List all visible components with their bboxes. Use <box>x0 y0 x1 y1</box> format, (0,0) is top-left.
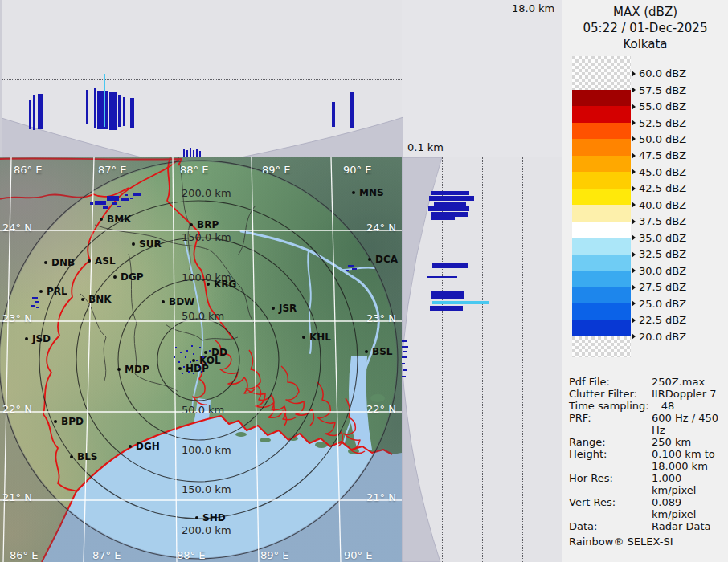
scale-tick-arrow <box>632 333 636 340</box>
scale-tick-arrow <box>632 169 636 175</box>
meridian-line <box>252 157 259 562</box>
scale-checker-top <box>572 56 631 90</box>
scale-color-band <box>572 139 631 155</box>
scale-entry: 27.5 dBZ <box>632 282 686 293</box>
scale-entry: 45.0 dBZ <box>632 166 686 177</box>
scale-entry-label: 37.5 dBZ <box>639 215 686 227</box>
metadata-key: Hor Res: <box>569 472 640 496</box>
station-name: Kolkata <box>562 36 728 52</box>
height-gridline <box>2 39 402 39</box>
dbz-color-scale <box>572 56 631 357</box>
metadata-row: Hor Res:1.000 km/pixel <box>569 472 726 496</box>
metadata-value: 600 Hz / 450 Hz <box>640 412 726 436</box>
radar-app-window: 86° E86° E87° E87° E88° E88° E89° E89° E… <box>0 0 728 562</box>
scale-tick-arrow <box>632 71 636 77</box>
scale-entry-label: 55.0 dBZ <box>639 100 686 112</box>
scale-color-band <box>572 156 631 172</box>
metadata-row: Pdf File:250Z.max <box>569 376 726 388</box>
scale-entry: 35.0 dBZ <box>632 232 686 243</box>
legend-panel: MAX (dBZ) 05:22 / 01-Dec-2025 Kolkata 60… <box>562 0 728 562</box>
scale-color-band <box>572 320 631 336</box>
scale-entry: 30.0 dBZ <box>632 265 686 276</box>
metadata-value: 250Z.max <box>640 376 705 388</box>
scale-color-band <box>572 189 631 205</box>
metadata-key: Data: <box>569 520 640 532</box>
meridian-line <box>173 157 177 562</box>
height-axis-max-label: 18.0 km <box>512 2 554 14</box>
height-gridline <box>2 120 402 120</box>
height-gridline <box>522 157 523 562</box>
scale-entry-label: 47.5 dBZ <box>639 149 686 161</box>
scale-entry-label: 32.5 dBZ <box>639 248 686 260</box>
scale-entry-label: 42.5 dBZ <box>639 182 686 194</box>
scale-tick-arrow <box>632 251 636 258</box>
scale-entry: 42.5 dBZ <box>632 183 686 194</box>
metadata-value: Radar Data <box>640 520 710 532</box>
beam-blockage-cone-top <box>2 0 403 157</box>
height-gridline <box>2 79 402 80</box>
scale-entry-label: 20.0 dBZ <box>639 331 686 343</box>
scale-entry-label: 50.0 dBZ <box>639 133 686 145</box>
metadata-key: Time sampling: <box>569 400 649 412</box>
product-metadata: Pdf File:250Z.maxClutter Filter:IIRDoppl… <box>569 376 726 548</box>
metadata-row: Time sampling:48 <box>569 400 726 412</box>
scale-tick-arrow <box>632 185 636 192</box>
metadata-row: Data:Radar Data <box>569 520 726 532</box>
scale-tick-arrow <box>632 87 636 93</box>
metadata-row: Clutter Filter:IIRDoppler 7 <box>569 388 726 400</box>
scale-tick-arrow <box>632 218 636 225</box>
metadata-value: IIRDoppler 7 <box>640 388 717 400</box>
scale-entry: 37.5 dBZ <box>632 216 686 227</box>
meridian-line <box>84 157 94 562</box>
cross-section-top-panel[interactable] <box>0 0 402 157</box>
scale-entry: 40.0 dBZ <box>632 199 686 210</box>
scale-color-band <box>572 123 631 139</box>
scale-color-band <box>572 303 631 320</box>
metadata-row: PRF:600 Hz / 450 Hz <box>569 412 726 436</box>
metadata-key: PRF: <box>569 412 640 436</box>
metadata-key: Height: <box>569 448 640 472</box>
metadata-key: Pdf File: <box>569 376 640 388</box>
scale-entry: 57.5 dBZ <box>632 84 686 96</box>
scale-entry: 47.5 dBZ <box>632 150 686 161</box>
metadata-key: Vert Res: <box>569 496 640 520</box>
scale-tick-arrow <box>632 284 636 291</box>
scale-color-band <box>572 287 631 303</box>
height-gridline <box>442 157 443 562</box>
scale-checker-bottom <box>572 336 631 357</box>
scale-tick-arrow <box>632 300 636 307</box>
cross-section-right-panel[interactable] <box>402 157 562 562</box>
metadata-rows: Pdf File:250Z.maxClutter Filter:IIRDoppl… <box>569 376 726 532</box>
scale-entry-label: 52.5 dBZ <box>639 117 686 129</box>
scale-tick-arrow <box>632 234 636 241</box>
metadata-row: Height:0.100 km to 18.000 km <box>569 448 726 472</box>
scale-tick-arrow <box>632 317 636 324</box>
metadata-key: Clutter Filter: <box>569 388 640 400</box>
timestamp: 05:22 / 01-Dec-2025 <box>562 20 728 36</box>
scale-color-band <box>572 90 631 106</box>
scale-tick-arrow <box>632 120 636 126</box>
scale-color-band <box>572 106 631 122</box>
radar-map-display[interactable]: 86° E86° E87° E87° E88° E88° E89° E89° E… <box>0 157 402 562</box>
scale-entry-label: 25.0 dBZ <box>639 298 686 310</box>
scale-color-band <box>572 172 631 188</box>
scale-color-band <box>572 205 631 221</box>
metadata-value: 250 km <box>640 436 691 448</box>
metadata-value: 1.000 km/pixel <box>640 472 726 496</box>
latlon-grid <box>0 157 402 562</box>
scale-entry: 20.0 dBZ <box>632 331 686 342</box>
metadata-value: 0.100 km to 18.000 km <box>640 448 715 472</box>
metadata-row: Vert Res:0.089 km/pixel <box>569 496 726 520</box>
software-brand: Rainbow® SELEX-SI <box>569 536 726 548</box>
height-axis-min-label: 0.1 km <box>407 141 444 153</box>
scale-color-band <box>572 271 631 287</box>
scale-tick-arrow <box>632 136 636 142</box>
metadata-key: Range: <box>569 436 640 448</box>
scale-entry-label: 27.5 dBZ <box>639 281 686 293</box>
product-title: MAX (dBZ) <box>562 4 728 20</box>
scale-tick-arrow <box>632 267 636 274</box>
scale-tick-arrow <box>632 153 636 159</box>
scale-entry: 32.5 dBZ <box>632 249 686 260</box>
scale-tick-arrow <box>632 104 636 110</box>
meridian-line <box>3 157 11 562</box>
